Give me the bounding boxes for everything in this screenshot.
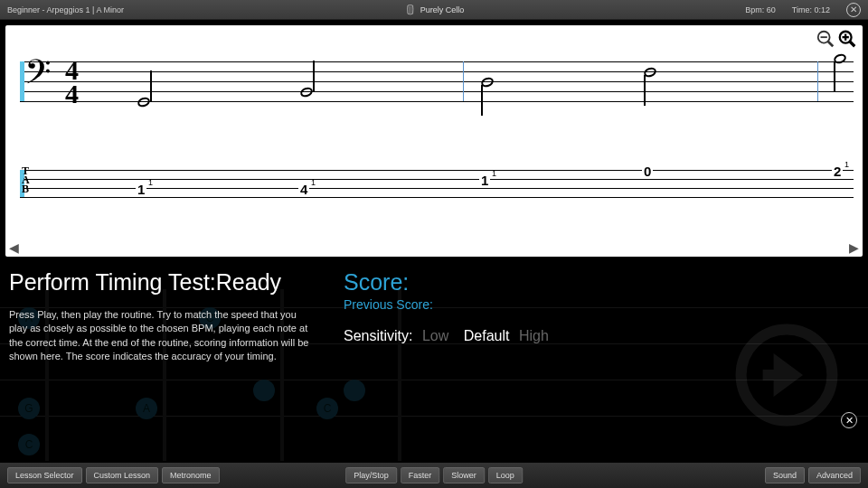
tab-fret: 1	[479, 173, 490, 188]
topbar: Beginner - Arpeggios 1 | A Minor Purely …	[0, 0, 868, 20]
tab-staff: T A B 114111021	[20, 161, 854, 215]
lesson-title: Beginner - Arpeggios 1 | A Minor	[7, 5, 124, 14]
sensitivity-row: Sensitivity: Low Default High	[344, 328, 859, 344]
brand-logo: Purely Cello	[404, 5, 465, 15]
time-label: Time: 0:12	[792, 5, 830, 14]
svg-line-7	[850, 42, 855, 47]
bass-clef: 𝄢	[24, 56, 52, 98]
previous-score-label: Previous Score:	[344, 297, 859, 312]
bpm-label: Bpm: 60	[745, 5, 776, 14]
score-view: 𝄢 44 T A B 114111021 ◀ ▶	[5, 25, 863, 257]
perform-title: Perform Timing Test:Ready	[9, 269, 326, 296]
scroll-left-icon[interactable]: ◀	[9, 240, 19, 255]
note	[834, 54, 846, 63]
svg-line-4	[828, 42, 834, 47]
time-signature: 44	[65, 59, 79, 106]
tab-fingering: 1	[844, 160, 849, 169]
sensitivity-high[interactable]: High	[519, 328, 549, 343]
tab-fret: 2	[832, 164, 843, 179]
note	[481, 78, 494, 87]
slower-button[interactable]: Slower	[443, 467, 485, 483]
note	[300, 88, 313, 97]
sound-button[interactable]: Sound	[765, 467, 805, 483]
custom-lesson-button[interactable]: Custom Lesson	[86, 467, 159, 483]
bottombar: Lesson Selector Custom Lesson Metronome …	[0, 463, 868, 488]
brand-text: Purely Cello	[420, 5, 465, 14]
play-stop-button[interactable]: Play/Stop	[345, 467, 397, 483]
loop-button[interactable]: Loop	[488, 467, 523, 483]
lesson-selector-button[interactable]: Lesson Selector	[7, 467, 82, 483]
advanced-button[interactable]: Advanced	[808, 467, 861, 483]
note	[644, 68, 656, 77]
close-icon[interactable]: ✕	[846, 3, 861, 17]
perform-description: Press Play, then play the routine. Try t…	[9, 308, 316, 364]
metronome-button[interactable]: Metronome	[162, 467, 220, 483]
sensitivity-default[interactable]: Default	[464, 328, 510, 343]
faster-button[interactable]: Faster	[401, 467, 440, 483]
tab-fingering: 1	[492, 169, 496, 178]
info-panel: Perform Timing Test:Ready Press Play, th…	[0, 257, 868, 364]
tab-fret: 0	[642, 164, 653, 179]
tab-fingering: 1	[148, 178, 153, 187]
note	[137, 98, 150, 107]
sensitivity-label: Sensitivity:	[344, 328, 412, 343]
tab-fingering: 1	[311, 178, 316, 187]
tab-fret: 1	[136, 182, 146, 197]
svg-rect-11	[763, 370, 790, 380]
panel-close-icon[interactable]: ✕	[841, 412, 857, 428]
score-label: Score:	[344, 269, 859, 296]
tab-fret: 4	[298, 182, 309, 197]
scroll-right-icon[interactable]: ▶	[849, 240, 859, 255]
sensitivity-low[interactable]: Low	[422, 328, 448, 343]
notation-staff: 𝄢 44	[20, 49, 854, 121]
